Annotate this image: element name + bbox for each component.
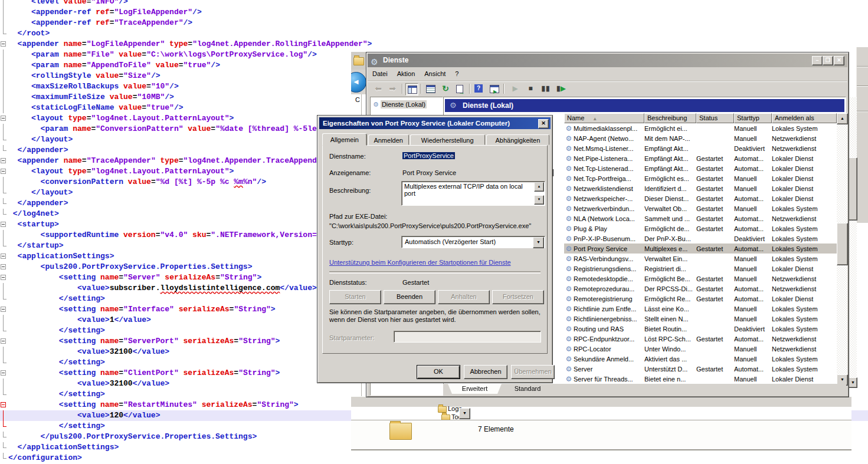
fold-marker-icon[interactable]	[1, 0, 7, 7]
export-list-icon[interactable]: →	[454, 83, 466, 94]
fold-marker-icon[interactable]	[1, 71, 7, 81]
extended-view-icon[interactable]: ▶	[488, 83, 500, 94]
service-row[interactable]: ⚙Routing und RASBietet Routin...Deaktivi…	[564, 324, 837, 334]
show-console-tree-icon[interactable]	[405, 83, 418, 96]
fold-marker-icon[interactable]	[1, 7, 7, 18]
fold-marker-icon[interactable]	[1, 219, 7, 230]
fold-marker-icon[interactable]	[1, 251, 7, 262]
fold-marker-icon[interactable]	[1, 198, 7, 209]
column-header-1[interactable]: Beschreibung	[644, 113, 696, 123]
scroll-down-icon[interactable]: ▼	[849, 377, 857, 388]
service-row[interactable]: ⚙NetzwerklistendienstIdentifiziert d...G…	[564, 183, 837, 193]
fold-marker-icon[interactable]	[1, 134, 7, 145]
service-row[interactable]: ⚙Port Proxy ServiceMultiplexes e...Gesta…	[564, 243, 837, 254]
service-row[interactable]: ⚙Richtlinie zum Entfe...Lässt eine Ko...…	[564, 304, 837, 314]
fold-marker-icon[interactable]	[1, 283, 7, 294]
service-row[interactable]: ⚙Remotedesktopdie...Ermöglicht Be...Gest…	[564, 274, 837, 284]
scroll-down-icon[interactable]: ▼	[534, 195, 544, 205]
fold-marker-icon[interactable]	[1, 400, 7, 410]
fold-marker-icon[interactable]	[1, 442, 7, 453]
fold-marker-icon[interactable]	[1, 166, 7, 177]
startup-type-select[interactable]: Automatisch (Verzögerter Start) ▼	[401, 236, 545, 248]
minimize-button[interactable]: –	[812, 56, 823, 65]
dialog-tab-wiederherstellung[interactable]: Wiederherstellung	[410, 134, 485, 145]
fold-marker-icon[interactable]	[1, 421, 7, 432]
fold-marker-icon[interactable]	[1, 347, 7, 357]
fold-marker-icon[interactable]	[1, 357, 7, 368]
ubernehmen-button[interactable]: Übernehmen	[511, 365, 555, 379]
service-row[interactable]: ⚙Richtlinienergebniss...Stellt einen N..…	[564, 314, 837, 324]
fold-marker-icon[interactable]	[1, 81, 7, 92]
list-scrollbar[interactable]: ▲ ▼	[837, 113, 847, 384]
fold-marker-icon[interactable]	[1, 145, 7, 156]
fold-marker-icon[interactable]	[1, 60, 7, 71]
dialog-tab-allgemein[interactable]: Allgemein	[322, 133, 367, 146]
fold-marker-icon[interactable]	[1, 336, 7, 347]
anhalten-button[interactable]: Anhalten	[438, 290, 490, 304]
menu-item-aktion[interactable]: Aktion	[392, 67, 420, 81]
fold-marker-icon[interactable]	[1, 453, 7, 463]
fold-marker-icon[interactable]	[1, 262, 7, 272]
fold-marker-icon[interactable]	[1, 177, 7, 187]
menu-item-datei[interactable]: Datei	[368, 67, 392, 81]
column-header-4[interactable]: Anmelden als	[772, 113, 837, 123]
service-row[interactable]: ⚙Net.Pipe-Listenera...Empfängt Akt...Ges…	[564, 153, 837, 163]
pause-service-icon[interactable]: ▮▮	[540, 83, 552, 94]
fold-marker-icon[interactable]	[1, 28, 7, 39]
description-field[interactable]: Multiplexes external TCP/IP data on loca…	[401, 181, 545, 206]
tree-node-dienste-lokal[interactable]: ⚙Dienste (Lokal)	[373, 100, 427, 110]
refresh-icon[interactable]: ↻	[440, 83, 451, 94]
service-row[interactable]: ⚙Registrierungsdiens...Registriert di...…	[564, 264, 837, 274]
abbrechen-button[interactable]: Abbrechen	[464, 365, 507, 379]
fold-marker-icon[interactable]	[1, 18, 7, 28]
scroll-up-icon[interactable]: ▲	[837, 113, 848, 124]
column-header-3[interactable]: Starttyp	[734, 113, 772, 123]
dialog-titlebar[interactable]: Eigenschaften von Port Proxy Service (Lo…	[319, 117, 551, 129]
service-row[interactable]: ⚙Net.Tcp-Portfreiga...Ermöglicht es...Ge…	[564, 173, 837, 183]
column-header-2[interactable]: Status	[696, 113, 734, 123]
fold-marker-icon[interactable]	[1, 325, 7, 336]
close-icon[interactable]: ✕	[538, 119, 549, 129]
service-row[interactable]: ⚙Net.Tcp-Listenerad...Empfängt Akt...Ges…	[564, 163, 837, 173]
fold-marker-icon[interactable]	[1, 379, 7, 389]
service-row[interactable]: ⚙RPC-LocatorUnter Windo...ManuellNetzwer…	[564, 344, 837, 354]
fold-marker-icon[interactable]	[1, 187, 7, 198]
service-row[interactable]: ⚙RAS-Verbindungsv...Verwaltet Ein...Manu…	[564, 254, 837, 264]
fold-marker-icon[interactable]	[1, 50, 7, 60]
background-scrollbar[interactable]: ▼	[848, 97, 857, 387]
service-name-value[interactable]: PortProxyService	[402, 152, 455, 159]
service-row[interactable]: ⚙Netzwerkspeicher-...Dieser Dienst...Ges…	[564, 193, 837, 203]
service-row[interactable]: ⚙Plug & PlayErmöglicht de...GestartetAut…	[564, 223, 837, 233]
service-row[interactable]: ⚙Remoteprozedurau...Der RPCSS-Di...Gesta…	[564, 284, 837, 294]
service-row[interactable]: ⚙Netzwerkverbindun...Verwaltet Ob...Gest…	[564, 203, 837, 213]
service-row[interactable]: ⚙NLA (Network Loca...Sammelt und ...Gest…	[564, 213, 837, 223]
column-header-0[interactable]: Name▲	[564, 113, 644, 123]
menu-item-?[interactable]: ?	[450, 67, 463, 81]
dialog-tab-anmelden[interactable]: Anmelden	[368, 134, 409, 145]
combo-dropdown-icon[interactable]: ▼	[459, 408, 470, 419]
fold-marker-icon[interactable]	[1, 389, 7, 400]
dialog-tab-abhängigkeiten[interactable]: Abhängigkeiten	[486, 134, 550, 145]
starten-button[interactable]: Starten	[329, 290, 381, 304]
fold-marker-icon[interactable]	[1, 124, 7, 134]
fold-marker-icon[interactable]	[1, 432, 7, 442]
properties-icon[interactable]	[424, 83, 436, 94]
service-row[interactable]: ⚙PnP-X-IP-Busenum...Der PnP-X-Bu...Deakt…	[564, 233, 837, 243]
service-row[interactable]: ⚙Multimediaklassenpl...Ermöglicht ei...M…	[564, 123, 837, 133]
scrollbar-thumb[interactable]	[837, 223, 848, 265]
service-row[interactable]: ⚙NAP-Agent (Netwo...Mit dem NAP-...Manue…	[564, 133, 837, 143]
scrollbar-thumb[interactable]	[849, 157, 857, 221]
fold-marker-icon[interactable]	[1, 241, 7, 251]
fold-marker-icon[interactable]	[1, 304, 7, 315]
fold-marker-icon[interactable]	[1, 113, 7, 124]
service-row[interactable]: ⚙Sekundäre Anmeld...Aktiviert das ...Man…	[564, 354, 837, 364]
restart-service-icon[interactable]: ▮▶	[555, 83, 567, 94]
startup-options-help-link[interactable]: Unterstützung beim Konfigurieren der Sta…	[329, 259, 511, 266]
view-tab-erweitert[interactable]: Erweitert	[448, 384, 502, 394]
ok-button[interactable]: OK	[417, 365, 460, 379]
view-tab-standard[interactable]: Standard	[503, 384, 552, 394]
fold-marker-icon[interactable]	[1, 315, 7, 325]
fold-marker-icon[interactable]	[1, 156, 7, 166]
start-params-input[interactable]	[394, 331, 541, 343]
back-icon[interactable]: ⬅	[372, 83, 384, 94]
